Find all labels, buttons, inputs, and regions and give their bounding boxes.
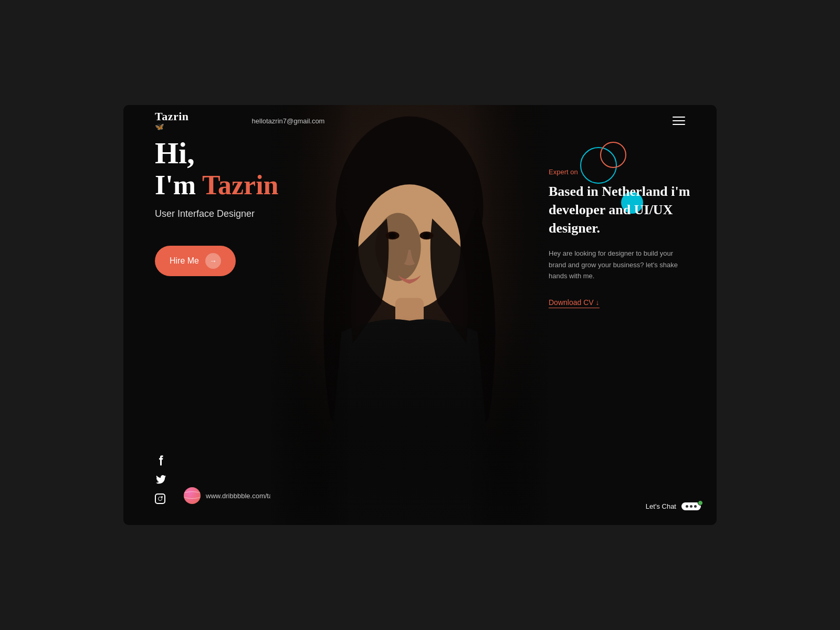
- hamburger-line: [673, 117, 685, 118]
- dribbble-row: www.dribbbble.com/tazrin: [184, 487, 284, 504]
- logo-text: Tazrin: [155, 111, 189, 122]
- twitter-icon[interactable]: [155, 475, 167, 484]
- chat-dot-1: [686, 505, 688, 508]
- dribbble-icon[interactable]: [184, 487, 201, 504]
- facebook-icon[interactable]: [155, 455, 167, 466]
- greeting-prefix: I'm: [155, 170, 202, 200]
- hamburger-line: [673, 124, 685, 125]
- expert-heading: Based in Netherland i'm developer and UI…: [549, 182, 690, 237]
- hamburger-line: [673, 120, 685, 121]
- expert-label: Expert on: [549, 168, 690, 176]
- greeting-im: I'm Tazrin: [155, 170, 323, 200]
- hire-me-button[interactable]: Hire Me →: [155, 246, 236, 276]
- expert-description: Hey are looking for designer to build yo…: [549, 248, 690, 281]
- hire-btn-arrow: →: [205, 253, 221, 269]
- browser-frame: Tazrin 🦋 hellotazrin7@gmail.com: [123, 105, 717, 525]
- hire-btn-label: Hire Me: [170, 256, 199, 266]
- chat-dots: [686, 505, 697, 508]
- greeting-name: Tazrin: [202, 170, 278, 200]
- email-link[interactable]: hellotazrin7@gmail.com: [252, 117, 325, 125]
- chat-dot-3: [694, 505, 697, 508]
- hamburger-menu[interactable]: [673, 117, 685, 125]
- greeting-hi: Hi,: [155, 136, 323, 170]
- right-panel: Expert on Based in Netherland i'm develo…: [538, 105, 717, 329]
- social-icons: [155, 455, 167, 504]
- header: Tazrin 🦋 hellotazrin7@gmail.com: [123, 105, 717, 136]
- logo-area: Tazrin 🦋: [155, 111, 189, 131]
- chat-badge: [698, 500, 703, 506]
- chat-button[interactable]: Let's Chat: [646, 502, 701, 510]
- logo-icon: 🦋: [155, 123, 189, 131]
- instagram-icon[interactable]: [155, 494, 165, 504]
- chat-label: Let's Chat: [646, 502, 676, 510]
- chat-dot-2: [690, 505, 692, 508]
- download-cv-link[interactable]: Download CV ↓: [549, 298, 600, 308]
- chat-icon[interactable]: [681, 502, 701, 510]
- role-title: User Interface Designer: [155, 208, 323, 219]
